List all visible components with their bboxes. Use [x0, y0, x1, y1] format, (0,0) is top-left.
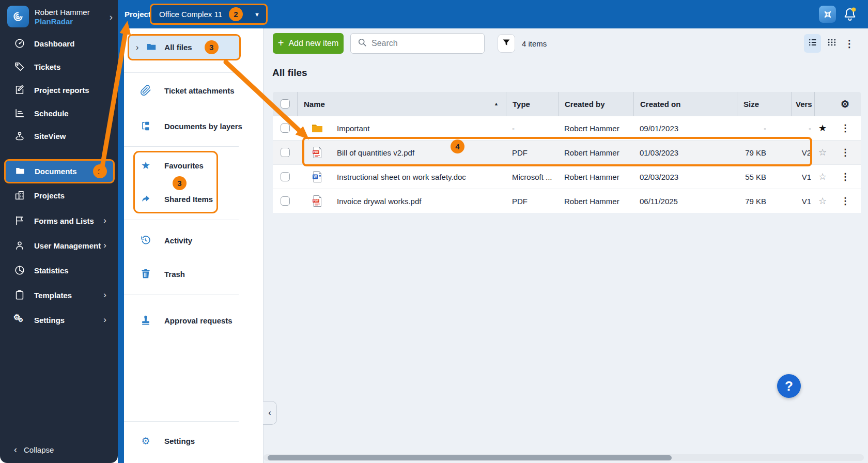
favourite-star-icon[interactable]: ☆	[815, 147, 830, 158]
file-created-by: Robert Hammer	[558, 116, 633, 140]
sidebar-item-forms-and-lists[interactable]: Forms and Lists ›	[0, 209, 118, 232]
column-header-type[interactable]: Type	[506, 92, 558, 116]
sidebar-item-dashboard[interactable]: Dashboard	[0, 32, 118, 55]
annotation-badge-3b: 3	[173, 176, 187, 190]
sidebar-item-settings[interactable]: ⚙⚙ Settings ›	[0, 308, 118, 331]
sidebar-item-label: Statistics	[34, 266, 69, 275]
projects-icon	[14, 190, 25, 201]
divider	[124, 421, 239, 422]
column-header-size[interactable]: Size	[737, 92, 791, 116]
collapse-sidebar-button[interactable]: ‹ Collapse	[14, 444, 54, 455]
sidebar-item-tickets[interactable]: Tickets	[0, 55, 118, 78]
sidebar-item-siteview[interactable]: SiteView	[0, 125, 118, 147]
table-row-invoice-drywal[interactable]: PDF Invoice drywal works.pdf PDF Robert …	[273, 189, 861, 213]
row-checkbox[interactable]	[281, 148, 290, 157]
panel-item-label: Activity	[164, 236, 192, 245]
file-created-on: 02/03/2023	[633, 165, 737, 189]
sidebar-item-label: SiteView	[34, 132, 66, 141]
row-checkbox[interactable]	[281, 172, 290, 181]
project-select-dropdown[interactable]: Office Complex 11 2 ▼	[150, 4, 268, 25]
sidebar-item-project-reports[interactable]: Project reports	[0, 79, 118, 101]
row-checkbox[interactable]	[281, 196, 290, 206]
annotation-badge-3: 3	[205, 40, 219, 54]
sidebar-item-label: Project reports	[34, 86, 89, 95]
table-row-instructional-sheet[interactable]: W Instructional sheet on work safety.doc…	[273, 164, 861, 189]
filter-button[interactable]	[498, 34, 515, 53]
row-checkbox[interactable]	[281, 124, 290, 133]
account-switcher[interactable]: Robert Hammer PlanRadar	[7, 6, 111, 27]
sidebar-item-label: Templates	[34, 291, 72, 300]
sidebar-item-statistics[interactable]: Statistics	[0, 259, 118, 282]
templates-icon	[14, 289, 25, 301]
add-new-item-button[interactable]: + Add new item	[273, 33, 344, 54]
horizontal-scrollbar	[264, 454, 864, 461]
search-icon	[357, 37, 367, 50]
panel-item-activity[interactable]: Activity	[124, 230, 262, 251]
panel-item-trash[interactable]: Trash	[124, 264, 262, 284]
scrollbar-thumb[interactable]	[268, 455, 672, 460]
favourite-star-icon[interactable]: ☆	[815, 171, 830, 182]
panel-item-shared-items[interactable]: Shared Items	[124, 189, 262, 209]
trash-icon	[140, 268, 152, 280]
statistics-icon	[14, 265, 25, 276]
column-header-created-on[interactable]: Created on	[633, 92, 737, 116]
toolbar-kebab-menu[interactable]: ⋮	[843, 34, 856, 53]
select-all-checkbox[interactable]	[281, 99, 290, 109]
list-view-toggle[interactable]	[804, 34, 821, 53]
file-size: 79 KB	[737, 189, 791, 213]
account-chevron-icon: ›	[110, 11, 113, 23]
sidebar-item-documents[interactable]: Documents 1	[4, 159, 115, 183]
search-input[interactable]	[371, 39, 484, 48]
pdf-file-icon: PDF	[311, 194, 323, 208]
grid-view-toggle[interactable]	[824, 34, 840, 53]
panel-item-favourites[interactable]: ★ Favourites	[124, 155, 262, 176]
sort-asc-icon: ▲	[494, 101, 499, 106]
column-header-version[interactable]: Vers	[791, 92, 814, 116]
user-name: Robert Hammer	[35, 7, 90, 17]
accent-strip	[118, 28, 124, 463]
files-table: Name ▲ Type Created by Created on Size V…	[273, 92, 861, 213]
collapse-panel-tab[interactable]: ‹	[263, 401, 277, 425]
favourite-star-icon[interactable]: ★	[815, 122, 830, 134]
pdf-file-icon: PDF	[311, 146, 323, 159]
row-kebab-menu[interactable]: ⋮	[840, 195, 850, 207]
column-header-name[interactable]: Name ▲	[297, 92, 506, 116]
file-size: 55 KB	[737, 165, 791, 189]
brand-name: PlanRadar	[35, 17, 90, 26]
table-row-important[interactable]: Important - Robert Hammer 09/01/2023 - -…	[273, 116, 861, 140]
row-kebab-menu[interactable]: ⋮	[840, 147, 850, 158]
planradar-logo	[7, 6, 29, 27]
search-field	[350, 33, 485, 54]
column-header-created-by[interactable]: Created by	[558, 92, 633, 116]
table-row-bill-of-quantities[interactable]: PDF Bill of quantities v2.pdf PDF Robert…	[273, 140, 861, 164]
planradar-connect-icon[interactable]	[819, 6, 836, 23]
column-settings-gear-icon[interactable]: ⚙	[814, 92, 861, 116]
sidebar-item-user-management[interactable]: User Management ›	[0, 234, 118, 257]
folder-icon	[146, 41, 157, 54]
row-kebab-menu[interactable]: ⋮	[840, 171, 850, 182]
panel-item-settings[interactable]: ⚙ Settings	[124, 430, 262, 451]
notifications-bell-icon[interactable]	[842, 6, 858, 22]
panel-item-label: Documents by layers	[164, 122, 242, 131]
panel-item-label: Shared Items	[164, 195, 213, 204]
panel-item-approval-requests[interactable]: Approval requests	[124, 310, 262, 331]
favourite-star-icon[interactable]: ☆	[815, 195, 830, 207]
panel-item-documents-by-layers[interactable]: Documents by layers	[124, 116, 262, 136]
sidebar-item-schedule[interactable]: Schedule	[0, 102, 118, 125]
topbar: Project Office Complex 11 2 ▼	[118, 0, 868, 28]
sidebar-item-projects[interactable]: Projects	[0, 184, 118, 207]
sidebar-item-label: Projects	[34, 191, 65, 200]
panel-item-all-files[interactable]: › All files 3	[128, 34, 241, 60]
schedule-icon	[14, 107, 25, 119]
help-button[interactable]: ?	[777, 374, 801, 398]
caret-down-icon: ▼	[254, 11, 260, 18]
documents-panel: › All files 3 Ticket attachments Documen…	[124, 28, 264, 463]
annotation-badge-1: 1	[93, 164, 107, 178]
history-clock-icon	[140, 234, 152, 246]
page-title: All files	[272, 67, 307, 79]
sidebar-item-templates[interactable]: Templates ›	[0, 284, 118, 306]
file-type: Microsoft ...	[506, 165, 558, 189]
file-name: Instructional sheet on work safety.doc	[337, 173, 466, 181]
panel-item-ticket-attachments[interactable]: Ticket attachments	[124, 80, 262, 101]
row-kebab-menu[interactable]: ⋮	[840, 122, 850, 134]
